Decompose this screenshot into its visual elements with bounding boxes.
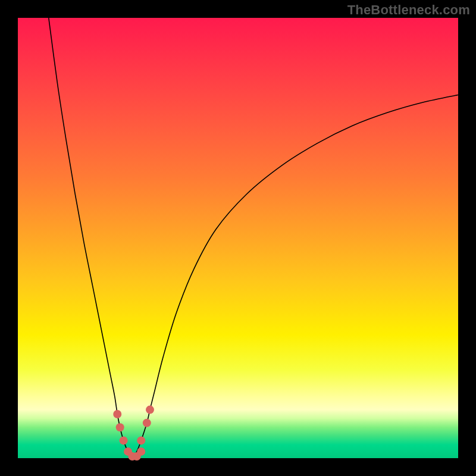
right-branch-curve (132, 95, 458, 459)
data-marker (146, 406, 154, 414)
chart-svg (18, 18, 458, 458)
data-marker (120, 436, 128, 444)
data-marker (143, 419, 151, 427)
data-marker (137, 436, 145, 444)
marker-group (113, 406, 154, 461)
left-branch-curve (49, 18, 133, 458)
data-marker (116, 423, 124, 431)
curve-group (49, 18, 458, 458)
data-marker (113, 410, 121, 418)
watermark-text: TheBottleneck.com (347, 2, 470, 18)
chart-plot-area (18, 18, 458, 458)
data-marker (137, 447, 145, 456)
